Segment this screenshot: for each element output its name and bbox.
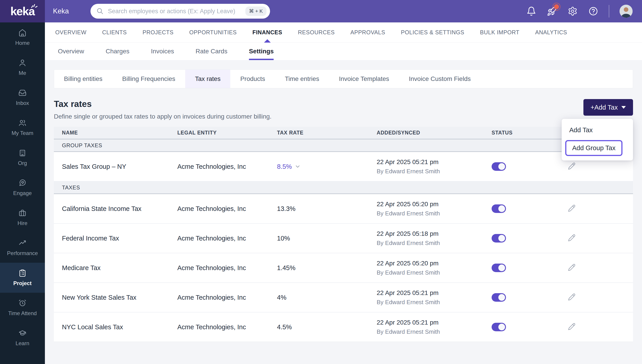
topbar-divider <box>609 5 609 18</box>
edit-icon[interactable] <box>568 162 576 170</box>
tax-rate-value: 13.3% <box>277 205 377 212</box>
tab-billing-frequencies[interactable]: Billing Frequencies <box>112 70 185 88</box>
subtab-charges[interactable]: Charges <box>106 42 129 60</box>
team-icon <box>19 119 27 127</box>
tab-approvals[interactable]: APPROVALS <box>350 22 385 42</box>
tax-rate-value: 4.5% <box>277 324 377 331</box>
sidebar-item-hire[interactable]: Hire <box>0 202 45 233</box>
add-tax-button[interactable]: +Add Tax <box>583 99 633 116</box>
tax-rate-expandable[interactable]: 8.5% <box>277 163 377 170</box>
whats-new-button[interactable] <box>547 6 557 16</box>
sidebar-item-label: My Team <box>12 130 34 136</box>
tax-name: New York State Sales Tax <box>62 294 177 301</box>
tab-bulk-import[interactable]: BULK IMPORT <box>480 22 519 42</box>
tax-rate-value: 4% <box>277 294 377 301</box>
page-header: Tax rates Define single or grouped tax r… <box>54 99 272 120</box>
tax-rates-table: NAME LEGAL ENTITY TAX RATE ADDED/SYNCED … <box>54 127 633 342</box>
edit-icon[interactable] <box>568 204 576 212</box>
edit-icon[interactable] <box>568 293 576 301</box>
settings-tabs: Billing entities Billing Frequencies Tax… <box>54 70 633 88</box>
section-taxes: TAXES <box>54 182 633 194</box>
module-nav: OVERVIEW CLIENTS PROJECTS OPPORTUNITIES … <box>45 22 642 42</box>
subtab-invoices[interactable]: Invoices <box>151 42 174 60</box>
subtab-overview[interactable]: Overview <box>58 42 84 60</box>
sidebar-item-me[interactable]: Me <box>0 52 45 82</box>
notifications-button[interactable] <box>526 6 536 16</box>
tab-analytics[interactable]: ANALYTICS <box>535 22 567 42</box>
sidebar-item-label: Home <box>15 40 30 46</box>
tab-opportunities[interactable]: OPPORTUNITIES <box>189 22 237 42</box>
status-toggle[interactable] <box>492 162 506 171</box>
tab-resources[interactable]: RESOURCES <box>298 22 335 42</box>
legal-entity: Acme Technologies, Inc <box>177 264 277 272</box>
topbar: keka Keka ⌘ + K <box>0 0 642 22</box>
tab-products[interactable]: Products <box>230 70 275 88</box>
finances-sub-nav: Overview Charges Invoices Rate Cards Set… <box>45 42 642 60</box>
added-date: 22 Apr 2025 05:20 pm <box>377 200 492 208</box>
added-synced: 22 Apr 2025 05:20 pm By Edward Ernest Sm… <box>377 260 492 276</box>
add-tax-button-label: +Add Tax <box>591 104 618 111</box>
status-toggle[interactable] <box>492 293 506 302</box>
topbar-icons <box>526 5 642 18</box>
menu-item-add-tax[interactable]: Add Tax <box>562 122 633 138</box>
tab-overview[interactable]: OVERVIEW <box>55 22 86 42</box>
sidebar-item-label: Learn <box>16 340 29 346</box>
chevron-down-icon[interactable] <box>295 164 301 170</box>
edit-icon[interactable] <box>568 264 576 271</box>
sidebar-item-label: Hire <box>18 220 27 226</box>
sidebar-item-engage[interactable]: Engage <box>0 172 45 202</box>
tab-finances[interactable]: FINANCES <box>253 22 282 42</box>
sidebar-item-performance[interactable]: Performance <box>0 233 45 263</box>
help-button[interactable] <box>588 6 598 16</box>
toggle-knob <box>498 324 505 330</box>
bell-icon <box>526 6 536 16</box>
tax-rate-value: 8.5% <box>277 163 292 170</box>
tax-name: Federal Income Tax <box>62 235 177 242</box>
tab-billing-entities[interactable]: Billing entities <box>54 70 112 88</box>
sidebar-item-project[interactable]: Project <box>0 263 45 293</box>
status-toggle[interactable] <box>492 234 506 242</box>
tab-invoice-templates[interactable]: Invoice Templates <box>329 70 399 88</box>
avatar[interactable] <box>619 5 632 18</box>
sidebar-item-learn[interactable]: Learn <box>0 323 45 353</box>
edit-icon[interactable] <box>568 323 576 330</box>
tab-time-entries[interactable]: Time entries <box>275 70 329 88</box>
sidebar-item-my-team[interactable]: My Team <box>0 112 45 142</box>
added-synced: 22 Apr 2025 05:20 pm By Edward Ernest Sm… <box>377 200 492 217</box>
tax-name: Sales Tax Group – NY <box>62 163 177 170</box>
added-synced: 22 Apr 2025 05:21 pm By Edward Ernest Sm… <box>377 289 492 306</box>
tab-tax-rates[interactable]: Tax rates <box>185 70 231 88</box>
table-row: Medicare Tax Acme Technologies, Inc 1.45… <box>54 253 633 283</box>
status-toggle[interactable] <box>492 264 506 272</box>
add-tax-dropdown: Add Tax Add Group Tax <box>562 119 633 160</box>
edit-icon[interactable] <box>568 234 576 242</box>
tab-clients[interactable]: CLIENTS <box>102 22 127 42</box>
legal-entity: Acme Technologies, Inc <box>177 205 277 212</box>
added-synced: 22 Apr 2025 05:21 pm By Edward Ernest Sm… <box>377 319 492 335</box>
status-toggle[interactable] <box>492 204 506 213</box>
sidebar-item-inbox[interactable]: Inbox <box>0 82 45 112</box>
subtab-settings[interactable]: Settings <box>249 42 274 60</box>
sidebar-item-label: Me <box>19 70 26 76</box>
tab-policies-settings[interactable]: POLICIES & SETTINGS <box>401 22 464 42</box>
tax-rate-value: 10% <box>277 235 377 242</box>
sidebar-item-home[interactable]: Home <box>0 22 45 52</box>
sidebar-item-org[interactable]: Org <box>0 142 45 172</box>
status-toggle[interactable] <box>492 323 506 331</box>
added-by: By Edward Ernest Smith <box>377 328 492 335</box>
sidebar-item-label: Engage <box>13 190 32 196</box>
help-icon <box>588 6 598 16</box>
global-search[interactable]: ⌘ + K <box>90 4 270 18</box>
subtab-rate-cards[interactable]: Rate Cards <box>195 42 228 60</box>
tab-projects[interactable]: PROJECTS <box>143 22 173 42</box>
table-row: Sales Tax Group – NY Acme Technologies, … <box>54 152 633 182</box>
sidebar-item-time-attend[interactable]: Time Attend <box>0 293 45 323</box>
search-input[interactable] <box>108 8 245 15</box>
menu-item-add-group-tax[interactable]: Add Group Tax <box>565 140 622 156</box>
keka-logo[interactable]: keka <box>0 0 45 22</box>
added-by: By Edward Ernest Smith <box>377 168 492 175</box>
tab-invoice-custom-fields[interactable]: Invoice Custom Fields <box>399 70 481 88</box>
user-icon <box>19 59 27 67</box>
col-name: NAME <box>62 130 177 136</box>
settings-button[interactable] <box>567 6 578 16</box>
